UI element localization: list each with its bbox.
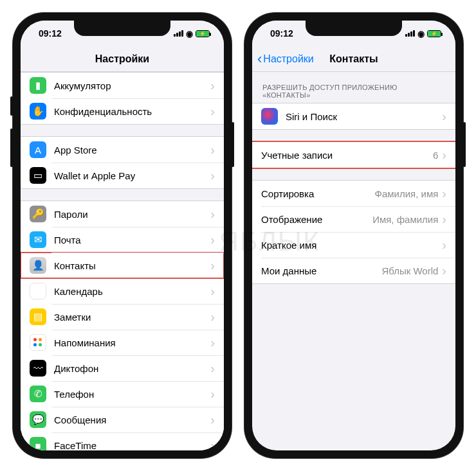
phone-right: 09:12 ◉ ⚡ ‹ Настройки Контакты РАЗРЕШИТЬ… xyxy=(244,13,463,458)
row-battery[interactable]: ▮Аккумулятор› xyxy=(21,73,224,98)
section-header: РАЗРЕШИТЬ ДОСТУП ПРИЛОЖЕНИЮ «КОНТАКТЫ» xyxy=(252,72,455,103)
signal-icon xyxy=(405,30,415,37)
row-privacy[interactable]: ✋Конфиденциальность› xyxy=(21,98,224,124)
row-sort[interactable]: Сортировка Фамилия, имя › xyxy=(252,181,455,206)
chevron-right-icon: › xyxy=(210,387,215,400)
row-accounts[interactable]: Учетные записи 6 › xyxy=(252,141,455,168)
row-contacts[interactable]: 👤Контакты› xyxy=(21,253,224,278)
row-messages[interactable]: 💬Сообщения› xyxy=(21,407,224,432)
row-label: App Store xyxy=(54,145,210,156)
app-icon: 🔑 xyxy=(30,206,46,222)
row-label: Учетные записи xyxy=(261,150,433,161)
back-label: Настройки xyxy=(263,53,313,65)
app-icon: ✋ xyxy=(30,103,46,120)
row-label: Напоминания xyxy=(54,337,210,348)
chevron-right-icon: › xyxy=(210,233,215,246)
chevron-right-icon: › xyxy=(210,208,215,220)
app-icon: ▮ xyxy=(30,77,46,94)
app-icon: ▭ xyxy=(30,167,46,184)
chevron-right-icon: › xyxy=(210,259,215,272)
row-label: Конфиденциальность xyxy=(54,106,210,117)
row-mydata[interactable]: Мои данные Яблык World › xyxy=(252,258,455,283)
phone-left: 09:12 ◉ ⚡ Настройки ▮Аккумулятор›✋Конфид… xyxy=(13,13,232,458)
chevron-right-icon: › xyxy=(210,336,215,349)
chevron-right-icon: › xyxy=(442,238,446,251)
wifi-icon: ◉ xyxy=(417,29,425,39)
app-icon: 💬 xyxy=(30,411,46,428)
row-passwords[interactable]: 🔑Пароли› xyxy=(21,201,224,227)
row-label: FaceTime xyxy=(54,440,210,451)
chevron-right-icon: › xyxy=(210,413,215,426)
row-label: Siri и Поиск xyxy=(286,111,442,122)
app-icon: 〰 xyxy=(30,360,46,377)
row-label: Заметки xyxy=(54,312,210,323)
chevron-right-icon: › xyxy=(210,439,215,450)
row-label: Сообщения xyxy=(54,414,210,425)
row-calendar[interactable]: ▭Календарь› xyxy=(21,278,224,304)
row-label: Пароли xyxy=(54,209,210,220)
row-label: Телефон xyxy=(54,389,210,400)
row-value: 6 xyxy=(433,150,438,161)
app-icon: A xyxy=(30,141,46,158)
row-label: Контакты xyxy=(54,260,210,271)
chevron-right-icon: › xyxy=(210,362,215,375)
status-time: 09:12 xyxy=(270,28,293,39)
app-icon: ✆ xyxy=(30,386,46,402)
chevron-right-icon: › xyxy=(210,105,215,118)
contacts-settings[interactable]: РАЗРЕШИТЬ ДОСТУП ПРИЛОЖЕНИЮ «КОНТАКТЫ» S… xyxy=(252,72,455,450)
row-wallet[interactable]: ▭Wallet и Apple Pay› xyxy=(21,163,224,188)
row-label: Диктофон xyxy=(54,363,210,374)
row-label: Сортировка xyxy=(261,188,374,199)
row-label: Отображение xyxy=(261,214,372,225)
chevron-right-icon: › xyxy=(210,310,215,323)
settings-list[interactable]: ▮Аккумулятор›✋Конфиденциальность›AApp St… xyxy=(21,72,224,450)
status-right: ◉ ⚡ xyxy=(174,29,210,39)
row-label: Почта xyxy=(54,235,210,245)
chevron-right-icon: › xyxy=(442,187,446,200)
row-value: Яблык World xyxy=(381,265,438,276)
row-phone[interactable]: ✆Телефон› xyxy=(21,381,224,407)
row-facetime[interactable]: ■FaceTime› xyxy=(21,432,224,450)
nav-bar: ‹ Настройки Контакты xyxy=(252,46,455,72)
battery-icon: ⚡ xyxy=(427,30,441,37)
notch xyxy=(306,21,402,36)
chevron-right-icon: › xyxy=(210,285,215,298)
screen-right: 09:12 ◉ ⚡ ‹ Настройки Контакты РАЗРЕШИТЬ… xyxy=(252,21,455,450)
wifi-icon: ◉ xyxy=(186,29,193,39)
row-value: Фамилия, имя xyxy=(374,188,438,199)
chevron-right-icon: › xyxy=(442,264,446,277)
row-appstore[interactable]: AApp Store› xyxy=(21,137,224,163)
chevron-left-icon: ‹ xyxy=(257,52,262,66)
app-icon: 👤 xyxy=(30,257,46,274)
back-button[interactable]: ‹ Настройки xyxy=(252,52,314,66)
row-voice[interactable]: 〰Диктофон› xyxy=(21,355,224,381)
app-icon: ▤ xyxy=(30,308,46,325)
status-right: ◉ ⚡ xyxy=(405,29,441,39)
row-value: Имя, фамилия xyxy=(372,214,438,225)
row-mail[interactable]: ✉Почта› xyxy=(21,227,224,253)
row-label: Wallet и Apple Pay xyxy=(54,170,210,181)
app-icon: ✉ xyxy=(30,231,46,248)
app-icon xyxy=(30,334,46,351)
chevron-right-icon: › xyxy=(442,213,446,226)
row-shortname[interactable]: Краткое имя › xyxy=(252,232,455,258)
row-display[interactable]: Отображение Имя, фамилия › xyxy=(252,206,455,232)
notch xyxy=(74,21,170,36)
chevron-right-icon: › xyxy=(442,110,446,123)
row-label: Мои данные xyxy=(261,265,381,276)
page-title: Настройки xyxy=(21,53,224,65)
siri-icon xyxy=(261,108,278,125)
screen-left: 09:12 ◉ ⚡ Настройки ▮Аккумулятор›✋Конфид… xyxy=(21,21,224,450)
row-siri[interactable]: Siri и Поиск › xyxy=(252,103,455,129)
chevron-right-icon: › xyxy=(442,148,446,161)
row-notes[interactable]: ▤Заметки› xyxy=(21,304,224,330)
row-label: Краткое имя xyxy=(261,240,442,251)
app-icon: ■ xyxy=(30,437,46,450)
signal-icon xyxy=(174,30,183,37)
battery-icon: ⚡ xyxy=(196,30,210,37)
row-label: Аккумулятор xyxy=(54,80,210,91)
chevron-right-icon: › xyxy=(210,79,215,92)
chevron-right-icon: › xyxy=(210,143,215,156)
chevron-right-icon: › xyxy=(210,169,215,182)
row-reminders[interactable]: Напоминания› xyxy=(21,330,224,355)
